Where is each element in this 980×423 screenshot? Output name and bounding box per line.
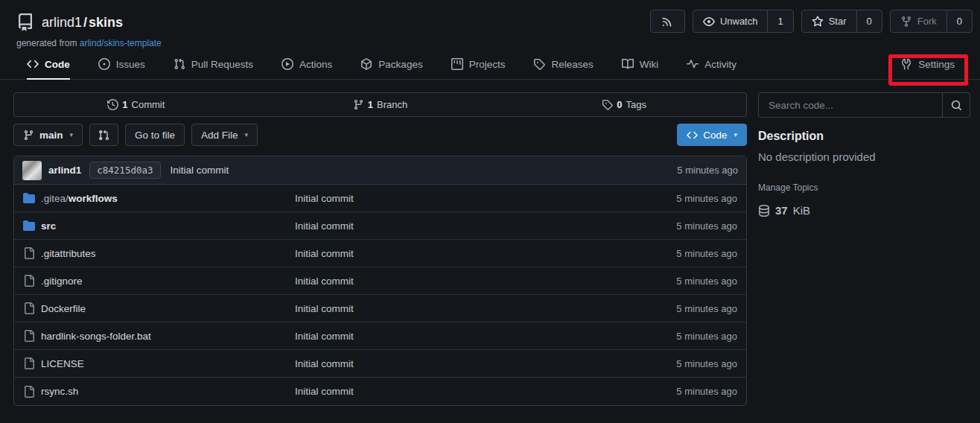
manage-topics-link[interactable]: Manage Topics bbox=[758, 182, 970, 193]
table-row[interactable]: Dockerfile Initial commit 5 minutes ago bbox=[14, 295, 746, 322]
fork-button[interactable]: Fork bbox=[891, 10, 946, 32]
tab-pull-requests-label: Pull Requests bbox=[191, 59, 253, 70]
search-button[interactable] bbox=[942, 93, 970, 117]
tab-settings[interactable]: Settings bbox=[900, 58, 955, 72]
table-row[interactable]: src Initial commit 5 minutes ago bbox=[14, 212, 746, 240]
file-name-link[interactable]: .gitignore bbox=[41, 276, 83, 287]
file-icon bbox=[23, 247, 35, 259]
tab-activity[interactable]: Activity bbox=[687, 51, 736, 80]
rss-button[interactable] bbox=[650, 10, 685, 33]
commit-hash-link[interactable]: c84215d0a3 bbox=[89, 162, 160, 179]
pulse-icon bbox=[687, 58, 699, 70]
file-icon bbox=[23, 275, 35, 287]
tab-releases[interactable]: Releases bbox=[533, 51, 593, 80]
tab-issues-label: Issues bbox=[116, 59, 145, 70]
file-commit-time: 5 minutes ago bbox=[676, 220, 737, 232]
repo-owner-link[interactable]: arlind1 bbox=[42, 15, 82, 30]
file-name-link[interactable]: LICENSE bbox=[41, 358, 84, 369]
branch-selector[interactable]: main ▾ bbox=[13, 124, 83, 146]
compare-button[interactable] bbox=[89, 124, 118, 146]
code-download-button[interactable]: Code ▾ bbox=[677, 124, 747, 146]
tab-packages[interactable]: Packages bbox=[360, 51, 422, 80]
branches-stat[interactable]: 1 Branch bbox=[258, 93, 503, 116]
file-commit-time: 5 minutes ago bbox=[676, 193, 737, 204]
pull-request-icon bbox=[174, 58, 185, 70]
file-name: workflows bbox=[69, 193, 118, 204]
tag-icon bbox=[602, 99, 613, 110]
file-name-link[interactable]: .gitattributes bbox=[41, 248, 96, 259]
repo-size-value: 37 bbox=[775, 204, 788, 217]
file-commit-message-link[interactable]: Initial commit bbox=[295, 193, 676, 204]
table-row[interactable]: LICENSE Initial commit 5 minutes ago bbox=[14, 350, 746, 378]
file-commit-time: 5 minutes ago bbox=[676, 331, 737, 342]
search-input[interactable] bbox=[759, 93, 942, 117]
watch-group: Unwatch 1 bbox=[693, 10, 794, 33]
tab-pull-requests[interactable]: Pull Requests bbox=[174, 51, 253, 80]
file-name-link[interactable]: rsync.sh bbox=[41, 386, 78, 397]
play-icon bbox=[281, 58, 293, 70]
fork-count[interactable]: 0 bbox=[946, 10, 972, 32]
file-name-link[interactable]: .gitea/workflows bbox=[41, 193, 118, 204]
avatar[interactable] bbox=[22, 161, 42, 180]
repo-name-link[interactable]: skins bbox=[89, 15, 123, 30]
table-row[interactable]: .gitea/workflows Initial commit 5 minute… bbox=[14, 185, 746, 212]
unwatch-button[interactable]: Unwatch bbox=[693, 10, 768, 32]
page-title: arlind1/skins bbox=[42, 15, 123, 31]
file-name: Dockerfile bbox=[41, 303, 86, 314]
branch-label: Branch bbox=[377, 99, 407, 110]
folder-icon bbox=[23, 220, 35, 232]
file-commit-message-link[interactable]: Initial commit bbox=[295, 331, 676, 342]
tags-stat[interactable]: 0 Tags bbox=[502, 93, 746, 116]
file-commit-message-link[interactable]: Initial commit bbox=[295, 220, 676, 232]
star-button[interactable]: Star bbox=[802, 10, 856, 32]
file-commit-message-link[interactable]: Initial commit bbox=[295, 248, 676, 259]
file-name-link[interactable]: hardlink-songs-folder.bat bbox=[41, 331, 151, 342]
code-search bbox=[758, 92, 970, 118]
issue-icon bbox=[98, 58, 110, 70]
tab-code[interactable]: Code bbox=[27, 51, 70, 80]
chevron-down-icon: ▾ bbox=[245, 131, 249, 139]
repo-header: arlind1/skins generated from arlind/skin… bbox=[0, 0, 980, 48]
file-name-link[interactable]: Dockerfile bbox=[41, 303, 86, 314]
latest-commit-row: arlind1 c84215d0a3 Initial commit 5 minu… bbox=[14, 156, 746, 185]
table-row[interactable]: .gitignore Initial commit 5 minutes ago bbox=[14, 267, 746, 295]
folder-icon bbox=[23, 192, 35, 204]
project-icon bbox=[451, 58, 463, 70]
go-to-file-button[interactable]: Go to file bbox=[125, 124, 185, 146]
table-row[interactable]: hardlink-songs-folder.bat Initial commit… bbox=[14, 322, 746, 350]
tab-actions[interactable]: Actions bbox=[281, 51, 332, 80]
tab-projects[interactable]: Projects bbox=[451, 51, 506, 80]
tab-wiki[interactable]: Wiki bbox=[622, 51, 659, 80]
table-row[interactable]: rsync.sh Initial commit 5 minutes ago bbox=[14, 378, 746, 405]
file-commit-message-link[interactable]: Initial commit bbox=[295, 303, 676, 314]
tag-icon bbox=[533, 58, 545, 70]
commits-stat[interactable]: 1 Commit bbox=[14, 93, 258, 116]
star-group: Star 0 bbox=[801, 10, 882, 33]
fork-label: Fork bbox=[917, 16, 937, 27]
star-count[interactable]: 0 bbox=[856, 10, 882, 32]
code-icon bbox=[687, 130, 698, 141]
add-file-button[interactable]: Add File ▾ bbox=[191, 124, 258, 146]
tab-projects-label: Projects bbox=[469, 59, 506, 70]
template-repo-link[interactable]: arlind/skins-template bbox=[80, 38, 162, 48]
commit-message-link[interactable]: Initial commit bbox=[171, 165, 229, 176]
file-commit-time: 5 minutes ago bbox=[676, 248, 737, 259]
file-commit-message-link[interactable]: Initial commit bbox=[295, 276, 676, 287]
file-icon bbox=[23, 302, 35, 314]
commit-author-link[interactable]: arlind1 bbox=[48, 165, 81, 176]
watch-count[interactable]: 1 bbox=[767, 10, 792, 32]
branch-icon bbox=[353, 99, 364, 110]
file-commit-message-link[interactable]: Initial commit bbox=[295, 386, 676, 397]
tab-wiki-label: Wiki bbox=[640, 59, 659, 70]
package-icon bbox=[360, 58, 372, 70]
file-icon bbox=[23, 386, 35, 398]
file-commit-message-link[interactable]: Initial commit bbox=[295, 358, 676, 369]
file-name-link[interactable]: src bbox=[41, 220, 56, 232]
tab-issues[interactable]: Issues bbox=[98, 51, 145, 80]
chevron-down-icon: ▾ bbox=[734, 131, 737, 139]
file-name: hardlink-songs-folder.bat bbox=[41, 331, 151, 342]
table-row[interactable]: .gitattributes Initial commit 5 minutes … bbox=[14, 240, 746, 267]
branch-count: 1 bbox=[368, 99, 373, 110]
title-separator: / bbox=[82, 15, 89, 30]
generated-from-label: generated from bbox=[16, 38, 77, 48]
